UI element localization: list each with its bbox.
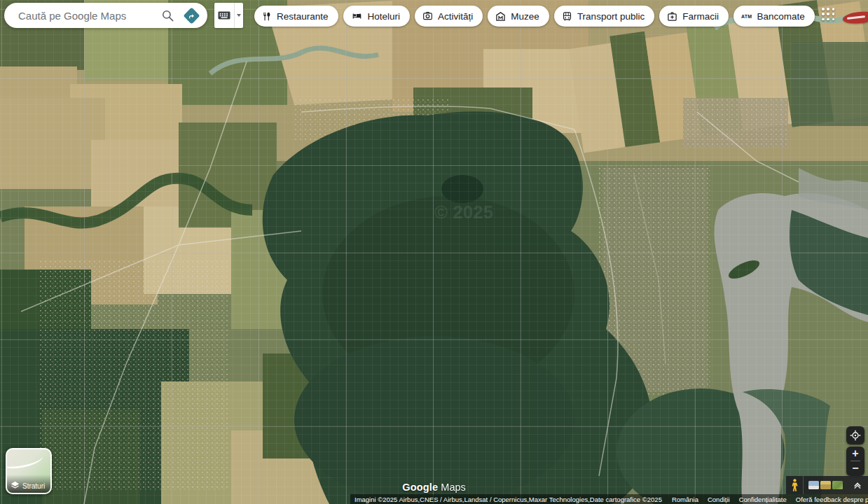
chip-hotels[interactable]: Hoteluri	[343, 6, 411, 27]
zoom-control: + −	[846, 447, 864, 476]
strip-divider	[803, 476, 804, 494]
chip-transit[interactable]: Transport public	[554, 6, 654, 27]
bus-icon	[562, 11, 572, 22]
zoom-out-button[interactable]: −	[846, 461, 864, 475]
layers-preview-road	[6, 449, 44, 470]
zoom-in-button[interactable]: +	[846, 447, 864, 461]
keyboard-icon	[218, 11, 230, 20]
layers-label-bar: Straturi	[7, 475, 50, 493]
category-chips: Restaurante Hoteluri Activități Muzee	[254, 6, 815, 27]
chip-museums[interactable]: Muzee	[488, 6, 549, 27]
layers-icon	[11, 481, 20, 490]
atm-icon: ATM	[741, 14, 752, 19]
imagery-strip	[786, 476, 868, 494]
my-location-button[interactable]	[846, 426, 864, 444]
chip-label: Bancomate	[757, 11, 804, 22]
imagery-attribution: Imagini ©2025 Airbus,CNES / Airbus,Lands…	[354, 496, 662, 503]
pegman-icon	[791, 479, 799, 491]
keyboard-button[interactable]	[214, 3, 234, 28]
layers-button[interactable]: Straturi	[6, 448, 52, 494]
link-privacy[interactable]: Confidențialitate	[739, 496, 787, 503]
chip-label: Muzee	[511, 11, 539, 22]
link-feedback[interactable]: Oferă feedback despre produs	[796, 496, 868, 503]
museum-icon	[495, 11, 506, 22]
chip-label: Farmacii	[682, 11, 719, 22]
chevron-up-icon	[853, 481, 862, 489]
chevron-down-icon	[237, 14, 241, 17]
collapse-button[interactable]	[853, 481, 862, 489]
search-box	[4, 3, 207, 28]
camera-icon	[422, 11, 433, 21]
chip-label: Transport public	[577, 11, 645, 22]
google-maps-app: © 2025	[0, 0, 868, 504]
search-button[interactable]	[158, 6, 177, 25]
layers-label: Straturi	[22, 482, 45, 490]
chip-restaurants[interactable]: Restaurante	[254, 6, 338, 27]
map-canvas[interactable]: © 2025	[0, 0, 868, 504]
directions-icon	[183, 7, 200, 24]
attribution-bar: Imagini ©2025 Airbus,CNES / Airbus,Lands…	[350, 494, 868, 504]
restaurant-icon	[262, 11, 272, 22]
chip-activities[interactable]: Activități	[415, 6, 483, 27]
imagery-thumbnail[interactable]	[808, 481, 819, 489]
chip-atms[interactable]: ATM Bancomate	[733, 6, 815, 27]
google-apps-button[interactable]	[822, 8, 835, 21]
chip-label: Restaurante	[277, 11, 329, 22]
hotel-bed-icon	[351, 11, 363, 21]
input-tools-dropdown[interactable]	[234, 3, 243, 28]
chip-label: Activități	[438, 11, 473, 22]
chip-label: Hoteluri	[368, 11, 401, 22]
my-location-icon	[850, 430, 861, 441]
imagery-thumbnails	[808, 481, 843, 489]
imagery-thumbnail[interactable]	[832, 481, 843, 489]
link-terms[interactable]: Condiții	[708, 496, 730, 503]
input-tools-box	[214, 3, 243, 28]
imagery-thumbnail[interactable]	[820, 481, 831, 489]
directions-button[interactable]	[181, 6, 201, 25]
pegman-button[interactable]	[786, 476, 803, 494]
chip-pharmacies[interactable]: Farmacii	[659, 6, 729, 27]
imagery-ghost-watermark: © 2025	[434, 202, 493, 223]
pharmacy-kit-icon	[667, 11, 677, 22]
link-romania[interactable]: România	[672, 496, 698, 503]
search-input[interactable]	[18, 10, 158, 22]
search-icon	[161, 9, 174, 22]
